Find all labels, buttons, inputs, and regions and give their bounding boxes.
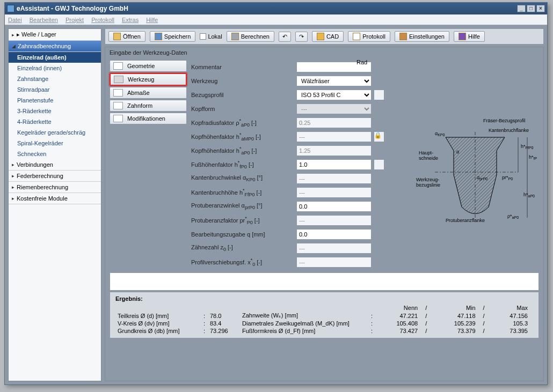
menu-bearbeiten[interactable]: Bearbeiten [30, 17, 58, 23]
input-kantenwinkel [296, 173, 372, 184]
label-werkzeug: Werkzeug [191, 78, 296, 84]
label-zaehnezahl: Zähnezahl z0 [-] [191, 244, 296, 252]
input-kopfhoehe-ampo [296, 131, 372, 142]
label-protuwinkel: Protuberanzwinkel αprP0 [°] [191, 202, 296, 210]
close-button[interactable]: × [536, 5, 545, 12]
main-panel: Öffnen Speichern Lokal Berechnen ↶ ↷ CAD… [105, 28, 544, 381]
calculate-button[interactable]: Berechnen [227, 31, 274, 42]
save-button[interactable]: Speichern [150, 31, 196, 42]
minimize-button[interactable]: _ [517, 5, 526, 12]
label-bearbzugabe: Bearbeitungszugabe q [mm] [191, 231, 296, 238]
select-bezugsprofil[interactable]: ISO 53 Profil C [296, 90, 372, 100]
results-row-vkreis: V-Kreis Ø (dv) [mm]:83.4 Diametrales Zwe… [115, 320, 533, 327]
label-bezugsprofil: Bezugsprofil [191, 92, 296, 98]
input-protufaktor [296, 215, 372, 226]
results-table: Nenn / Min / Max Teilkreis Ø (d) [mm]:78… [115, 304, 533, 335]
svg-text:Kantenbruchflanke: Kantenbruchflanke [489, 128, 529, 133]
geometry-icon [113, 62, 123, 70]
sidebar-item-4raederkette[interactable]: 4-Räderkette [9, 116, 101, 127]
sidebar-group-welle[interactable]: ▸▸ Welle / Lager [9, 29, 101, 41]
sidebar-item-schnecken[interactable]: Schnecken [9, 149, 101, 159]
sidebar-item-3raederkette[interactable]: 3-Räderkette [9, 106, 101, 116]
title-bar: eAssistant - GWJ Technology GmbH _ □ × [5, 3, 547, 14]
input-bearbzugabe[interactable] [296, 229, 372, 240]
pencil-icon [317, 33, 324, 40]
message-area [110, 272, 539, 291]
tolerance-icon [113, 89, 123, 97]
svg-text:bezugslinie: bezugslinie [416, 182, 440, 188]
input-protuwinkel[interactable] [296, 201, 372, 212]
book-icon [459, 33, 466, 40]
app-window: eAssistant - GWJ Technology GmbH _ □ × D… [4, 2, 548, 385]
column-header-rad: Rad [356, 59, 367, 65]
bezugsprofil-info-button[interactable] [374, 90, 384, 100]
modifications-icon [113, 115, 123, 122]
tool-icon [114, 76, 123, 83]
sidebar-group-kostenfrei[interactable]: ▸Kostenfreie Module [9, 193, 101, 204]
toolbar: Öffnen Speichern Lokal Berechnen ↶ ↷ CAD… [105, 28, 544, 45]
subnav-modifikationen[interactable]: Modifikationen [110, 113, 187, 124]
results-row-grundkreis: Grundkreis Ø (db) [mm]:73.296 Fußformkre… [115, 327, 533, 335]
menu-projekt[interactable]: Projekt [66, 17, 84, 23]
svg-text:α: α [456, 149, 459, 154]
sidebar-item-stirnradpaar[interactable]: Stirnradpaar [9, 84, 101, 95]
svg-text:Haupt-: Haupt- [419, 150, 433, 156]
settings-button[interactable]: Einstellungen [395, 31, 449, 42]
app-icon [7, 5, 14, 12]
toothform-icon [113, 102, 123, 109]
sidebar-sublist: Einzelrad (außen) Einzelrad (innen) Zahn… [9, 52, 101, 159]
local-checkbox[interactable]: Lokal [200, 33, 222, 40]
sidebar-group-verbindungen[interactable]: ▸Verbindungen [9, 159, 101, 171]
sidebar-group-zahnrad[interactable]: ◢Zahnradberechnung [9, 41, 101, 52]
svg-text:pr*P0: pr*P0 [502, 175, 513, 181]
save-icon [155, 33, 162, 40]
sidebar-group-feder[interactable]: ▸Federberechnung [9, 171, 101, 182]
lock-icon[interactable]: 🔒 [374, 131, 384, 142]
help-button[interactable]: Hilfe [454, 31, 485, 42]
input-kopfhoehe-apo [296, 145, 372, 156]
sidebar-group-riemen[interactable]: ▸Riemenberechnung [9, 182, 101, 193]
subnav-geometrie[interactable]: Geometrie [110, 60, 187, 72]
results-panel: Ergebnis: Nenn / Min / Max Teilkreis [110, 292, 539, 338]
sidebar-item-einzelrad-innen[interactable]: Einzelrad (innen) [9, 63, 101, 73]
sidebar-item-kegelraeder[interactable]: Kegelräder gerade/schräg [9, 127, 101, 138]
folder-open-icon [113, 33, 121, 40]
sidebar-item-planetenstufe[interactable]: Planetenstufe [9, 95, 101, 106]
protocol-button[interactable]: Protokoll [348, 31, 390, 42]
input-zaehnezahl [296, 243, 372, 254]
open-button[interactable]: Öffnen [108, 31, 145, 42]
subnav-zahnform[interactable]: Zahnform [110, 100, 187, 112]
sidebar-item-einzelrad-aussen[interactable]: Einzelrad (außen) [9, 52, 101, 63]
menu-bar: Datei Bearbeiten Projekt Protokoll Extra… [5, 14, 547, 25]
sidebar-item-zahnstange[interactable]: Zahnstange [9, 73, 101, 84]
menu-protokoll[interactable]: Protokoll [91, 17, 114, 23]
select-werkzeug[interactable]: Wälzfräser [296, 76, 372, 86]
label-kopfhoehe-ampo: Kopfhöhenfaktor h*aMP0 [-] [191, 132, 296, 142]
input-fusshoehe[interactable] [296, 159, 372, 170]
input-kopfradiusfaktor [296, 117, 372, 128]
menu-extras[interactable]: Extras [122, 17, 139, 23]
label-protufaktor: Protuberanzfaktor pr*P0 [-] [191, 216, 296, 225]
menu-hilfe[interactable]: Hilfe [146, 17, 158, 23]
fusshoehe-extra-button[interactable] [374, 159, 384, 170]
document-icon [353, 33, 360, 40]
label-kantenwinkel: Kantenbruchwinkel αKP0 [°] [191, 174, 296, 182]
sidebar-item-spiralkegel[interactable]: Spiral-Kegelräder [9, 138, 101, 149]
cad-button[interactable]: CAD [312, 31, 344, 42]
label-kantenhoehe: Kantenbruchhöhe h*FfP0 [-] [191, 188, 296, 197]
undo-button[interactable]: ↶ [279, 32, 291, 42]
label-kommentar: Kommentar [191, 64, 296, 70]
svg-text:Protuberanzflanke: Protuberanzflanke [446, 218, 485, 223]
results-title: Ergebnis: [115, 295, 533, 302]
menu-datei[interactable]: Datei [8, 17, 22, 23]
checkbox-icon [200, 33, 206, 40]
subnav-werkzeug[interactable]: Werkzeug [110, 73, 187, 86]
sub-navigation: Geometrie Werkzeug Abmaße Zahnform Modif… [110, 60, 187, 269]
label-kopfhoehe-apo: Kopfhöhenfaktor h*aP0 [-] [191, 146, 296, 156]
label-kopfradiusfaktor: Kopfradiusfaktor ρ*aP0 [-] [191, 118, 296, 128]
select-kopfform: --- [296, 103, 372, 114]
redo-button[interactable]: ↷ [295, 32, 308, 42]
maximize-button[interactable]: □ [527, 5, 535, 12]
svg-text:schneide: schneide [419, 156, 438, 161]
subnav-abmasse[interactable]: Abmaße [110, 87, 187, 99]
